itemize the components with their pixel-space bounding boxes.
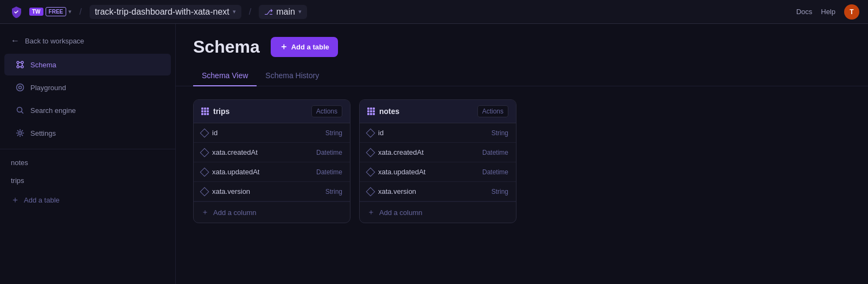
tab-schema-view[interactable]: Schema View [193,66,257,86]
field-type: Datetime [482,168,508,176]
table-row: id String [360,123,516,143]
playground-icon [15,83,25,92]
badge-free: FREE [46,7,67,16]
tab-schema-view-label: Schema View [202,71,248,80]
table-trips-actions[interactable]: Actions [311,105,342,117]
table-trips-header: trips Actions [194,100,350,123]
field-diamond-icon [200,187,209,196]
field-diamond-icon [200,167,209,176]
back-to-workspace[interactable]: ← Back to workspace [0,28,175,53]
table-row: xata.createdAt Datetime [360,143,516,162]
page-title: Schema [193,37,260,57]
branch-name: main [276,7,295,17]
add-table-btn-label: Add a table [291,43,329,51]
field-type: String [492,188,508,195]
branch-chevron-icon: ▾ [298,8,302,15]
sidebar-divider [0,149,175,149]
add-table-button[interactable]: ＋ Add a table [271,37,338,57]
sidebar-item-settings[interactable]: Settings [4,122,171,144]
add-column-notes[interactable]: ＋ Add a column [360,201,516,223]
field-name: xata.version [212,187,250,195]
topnav: TW FREE ▾ / track-trip-dashboard-with-xa… [0,0,868,24]
user-badge[interactable]: TW FREE ▾ [29,7,72,16]
field-diamond-icon [366,148,375,157]
settings-label: Settings [30,129,56,137]
sidebar-item-schema[interactable]: Schema [4,54,171,75]
field-name: xata.createdAt [378,148,424,156]
branch-selector[interactable]: ⎇ main ▾ [259,5,307,19]
badge-tw: TW [29,8,43,16]
field-type: Datetime [482,149,508,156]
tabs-bar: Schema View Schema History [176,57,868,86]
tab-schema-history-label: Schema History [265,71,319,80]
sidebar-item-playground[interactable]: Playground [4,77,171,98]
sidebar-add-table[interactable]: ＋ Add a table [0,190,175,211]
table-notes-title: notes [367,107,399,116]
svg-point-2 [17,66,19,68]
sidebar-table-notes[interactable]: notes [0,154,175,172]
table-notes: notes Actions id String xata.createdAt [359,99,516,223]
search-label: Search engine [30,106,76,115]
svg-point-8 [17,84,24,91]
table-notes-grid-icon [367,108,375,115]
search-icon [15,105,25,115]
playground-label: Playground [30,84,66,92]
table-notes-actions[interactable]: Actions [477,105,508,117]
sidebar-item-search[interactable]: Search engine [4,99,171,121]
table-notes-name: notes [379,107,399,116]
body-wrap: ← Back to workspace Schema [0,24,868,284]
table-trips-grid-icon [201,108,209,115]
table-row: xata.createdAt Datetime [194,143,350,162]
field-name: xata.version [378,187,416,195]
field-type: String [326,188,342,195]
add-column-plus-icon: ＋ [201,207,209,217]
add-column-trips[interactable]: ＋ Add a column [194,201,350,223]
field-type: String [326,129,342,137]
field-diamond-icon [366,167,375,176]
docs-link[interactable]: Docs [796,8,813,16]
project-name: track-trip-dashboard-with-xata-next [95,7,229,17]
svg-point-12 [19,132,22,135]
add-column-label: Add a column [213,209,257,217]
table-trips-name: trips [213,107,229,116]
sidebar-table-trips[interactable]: trips [0,172,175,190]
schema-label: Schema [30,61,56,69]
back-arrow-icon: ← [11,36,20,46]
schema-icon [15,60,25,70]
add-column-plus-icon: ＋ [367,207,375,217]
help-link[interactable]: Help [821,8,835,16]
add-table-plus-icon: ＋ [11,194,20,206]
field-name: xata.createdAt [212,148,258,156]
table-row: xata.version String [360,182,516,201]
avatar[interactable]: T [844,4,859,20]
field-type: Datetime [316,149,342,156]
tables-grid: trips Actions id String xata.createdAt [176,99,868,223]
table-row: xata.updatedAt Datetime [360,162,516,182]
table-trips: trips Actions id String xata.createdAt [193,99,350,223]
table-notes-header: notes Actions [360,100,516,123]
add-table-btn-plus-icon: ＋ [279,41,288,53]
settings-icon [15,128,25,138]
add-column-label: Add a column [379,209,423,217]
field-name: xata.updatedAt [378,168,425,176]
add-table-label: Add a table [24,196,60,204]
tab-schema-history[interactable]: Schema History [257,66,328,86]
svg-point-1 [21,61,23,64]
field-type: String [492,129,508,137]
project-selector[interactable]: track-trip-dashboard-with-xata-next ▾ [90,5,241,19]
field-diamond-icon [200,148,209,157]
field-diamond-icon [200,128,209,137]
project-chevron-icon: ▾ [233,8,236,15]
separator2: / [249,7,251,17]
trips-label: trips [11,176,24,185]
svg-point-0 [17,61,19,64]
back-label: Back to workspace [25,37,84,45]
notes-label: notes [11,159,28,167]
field-name: id [212,129,218,137]
field-name: id [378,129,384,137]
svg-point-9 [19,86,22,89]
sidebar: ← Back to workspace Schema [0,24,176,284]
table-row: id String [194,123,350,143]
topnav-right: Docs Help T [796,4,859,20]
badge-chevron-icon[interactable]: ▾ [68,8,72,15]
